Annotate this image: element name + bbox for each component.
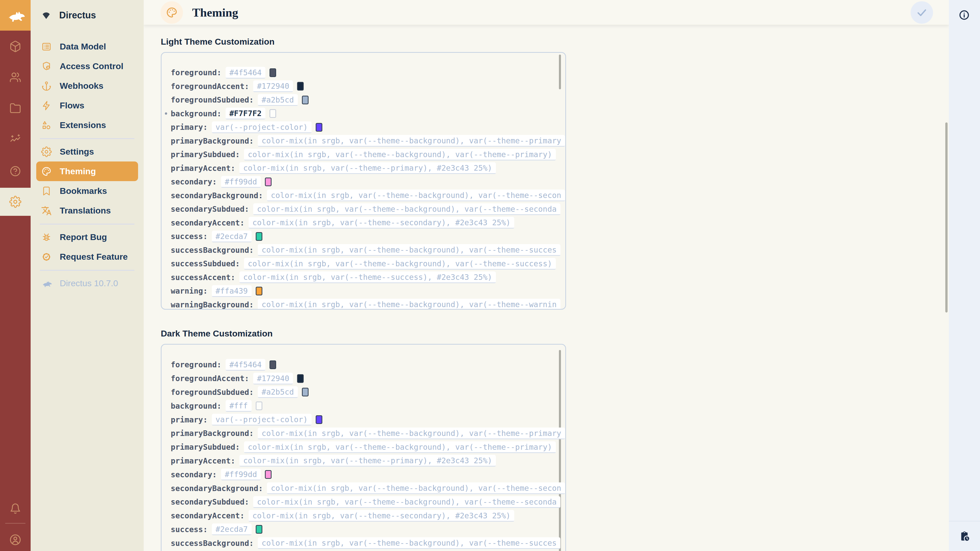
field-value-input[interactable]: var(--project-color)	[212, 414, 312, 426]
field-key: secondary:	[171, 177, 217, 186]
color-swatch[interactable]	[256, 402, 262, 410]
sidebar-item-settings[interactable]: Settings	[30, 142, 144, 162]
field-value-input[interactable]: color-mix(in srgb, var(--theme--backgrou…	[258, 537, 560, 549]
field-value-input[interactable]: #2ecda7	[212, 230, 251, 242]
field-value-input[interactable]: #ff99dd	[221, 176, 261, 188]
color-swatch[interactable]	[256, 287, 262, 295]
sidebar-item-translations[interactable]: Translations	[30, 201, 144, 221]
module-settings[interactable]	[0, 188, 30, 216]
sidebar-item-report-bug[interactable]: Report Bug	[30, 227, 144, 247]
field-value-input[interactable]: color-mix(in srgb, var(--theme--backgrou…	[253, 203, 560, 215]
field-key: successSubdued:	[171, 259, 240, 268]
field-value-input[interactable]: #172940	[253, 373, 293, 384]
theme-field-row: warning:#ffa439	[162, 284, 565, 298]
light-theme-editor: foreground:#4f5464foregroundAccent:#1729…	[161, 52, 566, 310]
box-icon	[9, 40, 21, 52]
field-value-input[interactable]: color-mix(in srgb, var(--theme--backgrou…	[258, 427, 565, 439]
theme-field-row: foregroundAccent:#172940	[162, 372, 565, 386]
version-row: Directus 10.7.0	[30, 273, 144, 293]
theme-field-row: primaryBackground:color-mix(in srgb, var…	[162, 134, 565, 148]
field-value-input[interactable]: #F7F7F2	[226, 108, 266, 119]
sidebar-item-data-model[interactable]: Data Model	[30, 37, 144, 56]
theme-field-row: primaryAccent:color-mix(in srgb, var(--t…	[162, 454, 565, 468]
color-swatch[interactable]	[265, 470, 272, 479]
module-insights[interactable]	[0, 124, 30, 155]
module-files[interactable]	[0, 93, 30, 124]
field-value-input[interactable]: color-mix(in srgb, var(--theme--backgrou…	[244, 441, 556, 453]
theme-field-row: successSubdued:color-mix(in srgb, var(--…	[162, 550, 565, 551]
theme-field-row: secondarySubdued:color-mix(in srgb, var(…	[162, 202, 565, 216]
field-value-input[interactable]: color-mix(in srgb, var(--theme--primary)…	[239, 455, 496, 467]
sidebar-item-access-control[interactable]: Access Control	[30, 56, 144, 76]
module-users[interactable]	[0, 62, 30, 93]
color-swatch[interactable]	[297, 374, 304, 383]
sidebar-item-request-feature[interactable]: Request Feature	[30, 247, 144, 267]
sidebar-item-label: Data Model	[60, 41, 106, 52]
theme-field-row: success:#2ecda7	[162, 523, 565, 537]
field-value-input[interactable]: color-mix(in srgb, var(--theme--backgrou…	[244, 258, 556, 270]
version-label: Directus 10.7.0	[60, 278, 118, 288]
field-key: background:	[171, 109, 221, 118]
field-value-input[interactable]: color-mix(in srgb, var(--theme--backgrou…	[258, 299, 560, 310]
module-bar	[0, 0, 30, 551]
field-key: primary:	[171, 415, 208, 424]
theme-field-row: primary:var(--project-color)	[162, 121, 565, 134]
field-value-input[interactable]: #a2b5cd	[258, 386, 298, 398]
field-value-input[interactable]: #4f5464	[226, 359, 266, 371]
sidebar-item-bookmarks[interactable]: Bookmarks	[30, 181, 144, 201]
field-value-input[interactable]: color-mix(in srgb, var(--theme--success)…	[239, 272, 496, 283]
module-notifications[interactable]	[0, 493, 30, 524]
module-docs[interactable]	[0, 156, 30, 186]
theme-field-row: foreground:#4f5464	[162, 358, 565, 372]
field-value-input[interactable]: color-mix(in srgb, var(--theme--secondar…	[248, 510, 514, 522]
color-swatch[interactable]	[265, 178, 272, 186]
field-value-input[interactable]: #fff	[226, 400, 251, 412]
theme-field-row: primary:var(--project-color)	[162, 413, 565, 427]
color-swatch[interactable]	[269, 109, 276, 118]
field-value-input[interactable]: color-mix(in srgb, var(--theme--backgrou…	[267, 189, 565, 201]
sidebar-item-webhooks[interactable]: Webhooks	[30, 76, 144, 96]
color-swatch[interactable]	[269, 360, 276, 369]
right-sidebar-strip	[949, 0, 980, 551]
field-value-input[interactable]: #ffa439	[212, 285, 251, 297]
color-swatch[interactable]	[269, 68, 276, 77]
sidebar-item-flows[interactable]: Flows	[30, 96, 144, 115]
color-swatch[interactable]	[302, 96, 309, 104]
field-value-input[interactable]: #172940	[253, 80, 293, 92]
field-value-input[interactable]: #a2b5cd	[258, 94, 298, 106]
color-swatch[interactable]	[256, 232, 262, 241]
color-swatch[interactable]	[297, 82, 304, 91]
field-value-input[interactable]: color-mix(in srgb, var(--theme--backgrou…	[253, 496, 560, 508]
project-chooser[interactable]: Directus	[30, 0, 144, 30]
field-value-input[interactable]: color-mix(in srgb, var(--theme--secondar…	[248, 217, 514, 229]
field-key: successBackground:	[171, 246, 254, 254]
color-swatch[interactable]	[316, 415, 322, 424]
theme-field-row: secondaryAccent:color-mix(in srgb, var(-…	[162, 216, 565, 230]
field-value-input[interactable]: color-mix(in srgb, var(--theme--backgrou…	[258, 135, 565, 147]
field-value-input[interactable]: #2ecda7	[212, 524, 251, 535]
field-value-input[interactable]: #4f5464	[226, 67, 266, 79]
directus-logo[interactable]	[0, 0, 30, 30]
field-value-input[interactable]: #ff99dd	[221, 468, 261, 480]
sidebar-item-label: Extensions	[60, 120, 106, 130]
field-value-input[interactable]: color-mix(in srgb, var(--theme--backgrou…	[244, 149, 556, 160]
field-value-input[interactable]: var(--project-color)	[212, 121, 312, 133]
field-value-input[interactable]: color-mix(in srgb, var(--theme--primary)…	[239, 162, 496, 174]
project-fan-icon	[41, 10, 52, 21]
color-swatch[interactable]	[316, 123, 322, 132]
revisions-button[interactable]	[959, 530, 970, 542]
info-button[interactable]	[959, 10, 970, 21]
module-account[interactable]	[0, 524, 30, 551]
field-value-input[interactable]: color-mix(in srgb, var(--theme--backgrou…	[258, 244, 560, 256]
color-swatch[interactable]	[302, 388, 309, 396]
rail-divider	[5, 523, 25, 524]
module-content[interactable]	[0, 31, 30, 62]
save-button[interactable]	[911, 1, 933, 24]
field-key: warningBackground:	[171, 300, 254, 309]
color-swatch[interactable]	[256, 525, 262, 534]
sidebar-item-theming[interactable]: Theming	[36, 162, 138, 181]
sidebar-item-extensions[interactable]: Extensions	[30, 115, 144, 135]
field-key: success:	[171, 232, 208, 241]
field-value-input[interactable]: color-mix(in srgb, var(--theme--backgrou…	[267, 483, 565, 494]
page-scrollbar[interactable]	[945, 122, 948, 313]
